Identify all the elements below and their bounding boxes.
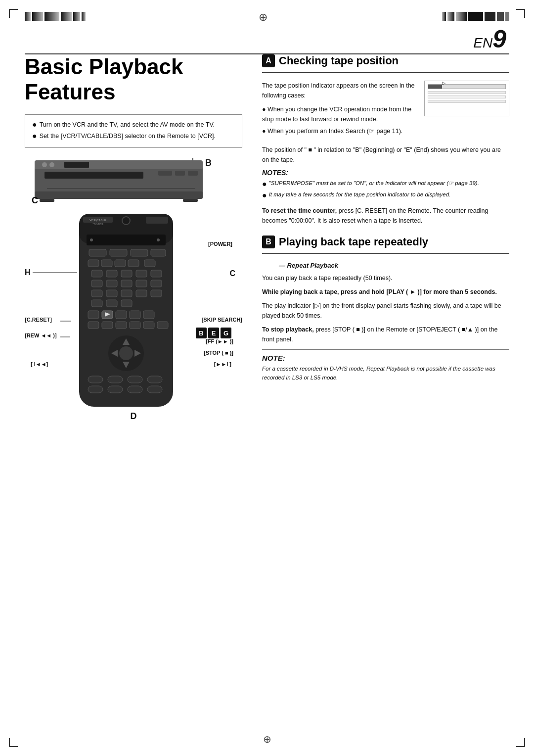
section-b-bold2: To stop playback, bbox=[262, 326, 314, 333]
svg-rect-2 bbox=[44, 172, 143, 179]
label-h: H bbox=[25, 268, 31, 277]
svg-rect-30 bbox=[115, 260, 126, 267]
svg-rect-60 bbox=[130, 322, 140, 329]
label-stop: [STOP ( ■ )] bbox=[204, 350, 233, 356]
remote-svg: VCR|CABLE *TV /DBS bbox=[69, 209, 183, 422]
svg-rect-11 bbox=[40, 199, 54, 202]
section-a-letter: A bbox=[262, 54, 275, 67]
bar-block-r2 bbox=[447, 12, 454, 21]
svg-rect-51 bbox=[88, 311, 99, 319]
svg-rect-45 bbox=[121, 290, 132, 297]
notes-bullet-1: ● "SUPERIMPOSE" must be set to "ON", or … bbox=[262, 179, 509, 189]
bar-block-5 bbox=[73, 12, 80, 21]
repeat-subtitle: — Repeat Playback bbox=[262, 262, 509, 269]
label-c-top: C bbox=[32, 195, 38, 206]
beg-labels: B E G bbox=[196, 328, 231, 338]
label-creset-line bbox=[60, 319, 110, 324]
reset-para: To reset the time counter, press [C. RES… bbox=[262, 206, 509, 226]
svg-rect-25 bbox=[110, 249, 127, 256]
bar-block-6 bbox=[82, 12, 86, 21]
svg-rect-61 bbox=[143, 322, 154, 329]
svg-point-19 bbox=[122, 217, 130, 225]
svg-rect-32 bbox=[144, 260, 155, 267]
label-forward: [►►I ] bbox=[214, 361, 231, 367]
bullet-dot-a2: ● bbox=[262, 128, 266, 135]
svg-rect-70 bbox=[108, 376, 123, 383]
svg-point-64 bbox=[119, 346, 133, 360]
bar-block-r3 bbox=[456, 12, 467, 21]
section-b-header: B Playing back tape repeatedly bbox=[262, 236, 509, 248]
bar-block-3 bbox=[44, 12, 59, 21]
label-ff: [FF (►► )] bbox=[206, 338, 233, 344]
remote-section: H [C.RESET] [REW ◄◄ )] [ I◄◄] [POWER] C … bbox=[25, 209, 242, 426]
section-b-title: Playing back tape repeatedly bbox=[279, 236, 428, 248]
top-bar bbox=[25, 11, 509, 22]
bar-block-r1 bbox=[442, 12, 446, 21]
label-c2: C bbox=[229, 269, 235, 278]
svg-rect-73 bbox=[88, 386, 103, 393]
bottom-crosshair: ⊕ bbox=[263, 733, 271, 745]
corner-mark-tr bbox=[516, 9, 525, 18]
reset-bold: To reset the time counter, bbox=[262, 207, 337, 214]
svg-rect-5 bbox=[188, 171, 198, 176]
label-skip-search: [SKIP SEARCH] bbox=[202, 317, 242, 323]
svg-rect-24 bbox=[89, 249, 106, 256]
corner-mark-tl bbox=[9, 9, 18, 18]
svg-rect-39 bbox=[106, 280, 117, 287]
section-a-content: ▷ The tape position indicator appears on… bbox=[262, 81, 509, 140]
svg-rect-74 bbox=[108, 386, 123, 393]
notes-text-2: It may take a few seconds for the tape p… bbox=[269, 190, 451, 200]
corner-mark-bl bbox=[9, 738, 18, 747]
svg-rect-41 bbox=[136, 280, 147, 287]
svg-rect-75 bbox=[128, 386, 142, 393]
bar-block-r7 bbox=[505, 12, 509, 21]
svg-rect-38 bbox=[91, 280, 102, 287]
bar-block-r5 bbox=[485, 12, 495, 21]
section-a-header: A Checking tape position bbox=[262, 54, 509, 67]
tape-line-2 bbox=[428, 95, 506, 98]
svg-rect-42 bbox=[151, 280, 162, 287]
left-column: Basic Playback Features ● Turn on the VC… bbox=[25, 54, 242, 426]
svg-rect-55 bbox=[130, 311, 140, 319]
svg-rect-47 bbox=[151, 290, 162, 297]
svg-rect-69 bbox=[88, 376, 103, 383]
svg-point-23 bbox=[157, 238, 160, 241]
section-a-bullet1-text: When you change the VCR operation mode f… bbox=[262, 106, 411, 123]
crosshair-icon bbox=[259, 11, 269, 22]
svg-rect-12 bbox=[183, 199, 198, 202]
svg-point-22 bbox=[90, 238, 93, 241]
svg-rect-4 bbox=[175, 171, 185, 176]
tape-marker: ▷ bbox=[442, 81, 445, 86]
right-column: A Checking tape position ▷ The tape posi… bbox=[262, 54, 509, 382]
notes-bullet-dot-1: ● bbox=[262, 179, 267, 189]
tape-indicator-box: ▷ bbox=[424, 81, 509, 116]
label-power: [POWER] bbox=[208, 241, 232, 247]
notes-bullet-2: ● It may take a few seconds for the tape… bbox=[262, 190, 509, 200]
bullet-dot-a1: ● bbox=[262, 106, 266, 113]
tape-progress-fill bbox=[428, 85, 442, 89]
section-a-bullet2: ● When you perform an Index Search (☞ pa… bbox=[262, 126, 509, 136]
notes-bullet-dot-2: ● bbox=[262, 190, 267, 200]
beg-label-e: E bbox=[208, 328, 219, 338]
intro-bullet-1: ● Turn on the VCR and the TV, and select… bbox=[32, 120, 235, 130]
vcr-area: B bbox=[25, 158, 242, 204]
svg-rect-49 bbox=[106, 300, 117, 307]
section-b-divider bbox=[262, 253, 509, 254]
svg-rect-72 bbox=[147, 376, 162, 383]
page-number: 9 bbox=[492, 25, 506, 53]
top-bar-left-blocks bbox=[25, 12, 86, 21]
intro-bullet-2-text: Set the [VCR/TV/CABLE/DBS] selector on t… bbox=[40, 131, 216, 141]
note-text: For a cassette recorded in D-VHS mode, R… bbox=[262, 365, 509, 382]
notes-text-1: "SUPERIMPOSE" must be set to "ON", or th… bbox=[269, 179, 479, 189]
svg-rect-54 bbox=[116, 311, 127, 319]
intro-box: ● Turn on the VCR and the TV, and select… bbox=[25, 114, 242, 148]
svg-text:VCR|CABLE: VCR|CABLE bbox=[89, 219, 106, 222]
section-b-bold1: While playing back a tape, press and hol… bbox=[262, 287, 509, 297]
note-title: NOTE: bbox=[262, 354, 509, 362]
note-box: NOTE: For a cassette recorded in D-VHS m… bbox=[262, 349, 509, 382]
svg-rect-44 bbox=[106, 290, 117, 297]
svg-rect-33 bbox=[91, 270, 102, 277]
bar-block-4 bbox=[61, 12, 72, 21]
bullet-dot-1: ● bbox=[32, 120, 37, 130]
tape-line-3 bbox=[428, 100, 506, 103]
